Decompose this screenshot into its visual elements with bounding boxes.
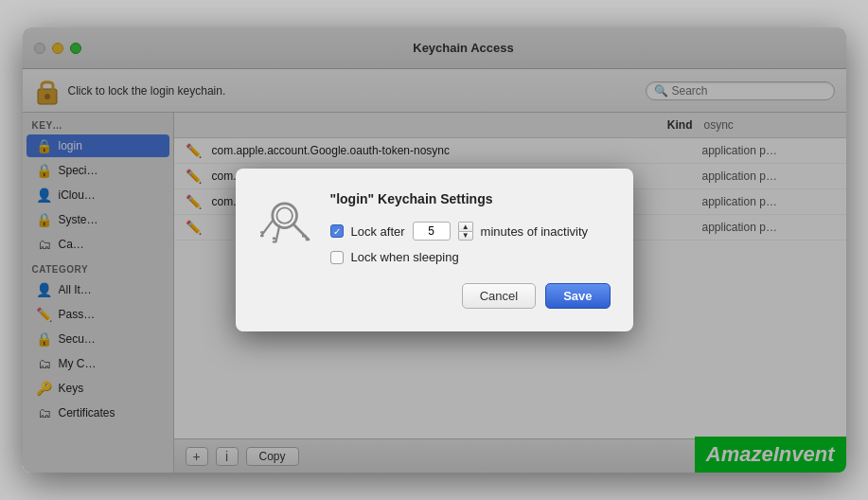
modal-title: "login" Keychain Settings	[330, 191, 611, 206]
modal-buttons: Cancel Save	[330, 283, 611, 309]
svg-point-3	[276, 207, 292, 223]
lock-after-label: Lock after	[351, 224, 405, 239]
minutes-input[interactable]	[413, 222, 451, 241]
modal-body: "login" Keychain Settings Lock after ▲ ▼…	[330, 191, 611, 309]
svg-rect-5	[302, 235, 307, 238]
save-button[interactable]: Save	[545, 283, 610, 309]
keys-icon-area	[258, 191, 315, 243]
stepper-down-button[interactable]: ▼	[458, 231, 473, 241]
svg-rect-11	[260, 231, 264, 233]
cancel-button[interactable]: Cancel	[462, 283, 536, 309]
minutes-label: minutes of inactivity	[481, 224, 588, 239]
svg-rect-12	[260, 235, 264, 237]
modal-content: "login" Keychain Settings Lock after ▲ ▼…	[258, 191, 611, 309]
stepper: ▲ ▼	[458, 222, 473, 241]
stepper-up-button[interactable]: ▲	[458, 222, 473, 231]
lock-sleeping-checkbox[interactable]	[330, 251, 344, 264]
lock-after-row: Lock after ▲ ▼ minutes of inactivity	[330, 222, 611, 241]
app-window: Keychain Access Click to lock the login …	[23, 27, 846, 473]
lock-after-checkbox[interactable]	[330, 224, 344, 238]
svg-line-7	[276, 226, 280, 242]
lock-sleeping-label: Lock when sleeping	[351, 250, 459, 264]
modal-dialog: "login" Keychain Settings Lock after ▲ ▼…	[236, 169, 633, 331]
svg-rect-8	[273, 238, 276, 240]
svg-rect-9	[273, 241, 276, 242]
keys-icon	[260, 191, 312, 243]
modal-overlay: "login" Keychain Settings Lock after ▲ ▼…	[23, 27, 846, 473]
svg-rect-6	[306, 239, 310, 241]
lock-sleeping-row: Lock when sleeping	[330, 250, 611, 264]
